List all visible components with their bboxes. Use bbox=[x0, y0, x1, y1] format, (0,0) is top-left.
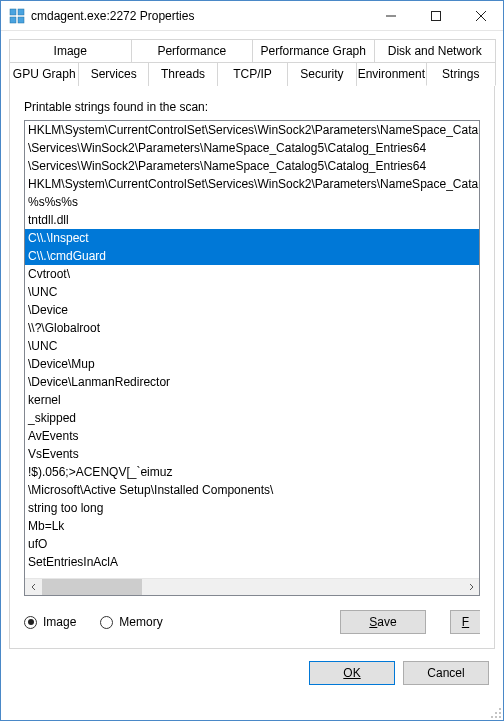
dialog-footer: OK Cancel bbox=[9, 649, 495, 685]
strings-panel: Printable strings found in the scan: HKL… bbox=[9, 85, 495, 649]
string-line[interactable]: VsEvents bbox=[25, 445, 479, 463]
strings-list: HKLM\System\CurrentControlSet\Services\W… bbox=[25, 121, 479, 578]
tab-gpu-graph[interactable]: GPU Graph bbox=[9, 62, 79, 86]
string-line[interactable]: \Services\WinSock2\Parameters\NameSpace_… bbox=[25, 157, 479, 175]
string-line[interactable]: \UNC bbox=[25, 283, 479, 301]
svg-point-10 bbox=[499, 712, 501, 714]
tab-performance-graph[interactable]: Performance Graph bbox=[252, 39, 375, 62]
tab-performance[interactable]: Performance bbox=[131, 39, 254, 62]
tab-threads[interactable]: Threads bbox=[148, 62, 218, 86]
string-line[interactable]: C\\.\Inspect bbox=[25, 229, 479, 247]
scroll-thumb[interactable] bbox=[42, 579, 142, 596]
tab-services[interactable]: Services bbox=[78, 62, 148, 86]
radio-image-label: Image bbox=[43, 615, 76, 629]
string-line[interactable]: kernel bbox=[25, 391, 479, 409]
radio-image[interactable]: Image bbox=[24, 615, 76, 629]
close-button[interactable] bbox=[458, 1, 503, 30]
svg-rect-2 bbox=[10, 17, 16, 23]
tab-row-1: Image Performance Performance Graph Disk… bbox=[9, 39, 495, 62]
maximize-button[interactable] bbox=[413, 1, 458, 30]
tab-security[interactable]: Security bbox=[287, 62, 357, 86]
svg-point-9 bbox=[495, 712, 497, 714]
string-line[interactable]: !$).056;>ACENQV[_`eimuz bbox=[25, 463, 479, 481]
svg-point-12 bbox=[495, 716, 497, 718]
client-area: Image Performance Performance Graph Disk… bbox=[1, 31, 503, 720]
ok-button[interactable]: OK bbox=[309, 661, 395, 685]
scroll-track[interactable] bbox=[42, 579, 462, 596]
string-line[interactable]: ufO bbox=[25, 535, 479, 553]
string-line[interactable]: Cvtroot\ bbox=[25, 265, 479, 283]
svg-rect-1 bbox=[18, 9, 24, 15]
properties-window: cmdagent.exe:2272 Properties Image Perfo… bbox=[0, 0, 504, 721]
tab-environment[interactable]: Environment bbox=[356, 62, 426, 86]
svg-point-13 bbox=[499, 716, 501, 718]
string-line[interactable]: \UNC bbox=[25, 337, 479, 355]
radio-dot-icon bbox=[24, 616, 37, 629]
strings-listbox[interactable]: HKLM\System\CurrentControlSet\Services\W… bbox=[24, 120, 480, 596]
radio-memory-label: Memory bbox=[119, 615, 162, 629]
string-line[interactable]: \Device\LanmanRedirector bbox=[25, 373, 479, 391]
scroll-left-icon[interactable] bbox=[25, 579, 42, 596]
tab-tcpip[interactable]: TCP/IP bbox=[217, 62, 287, 86]
string-line[interactable]: SetEntriesInAclA bbox=[25, 553, 479, 571]
tab-row-2: GPU Graph Services Threads TCP/IP Securi… bbox=[9, 62, 495, 86]
tab-strings[interactable]: Strings bbox=[426, 62, 496, 86]
titlebar[interactable]: cmdagent.exe:2272 Properties bbox=[1, 1, 503, 31]
app-icon bbox=[9, 8, 25, 24]
radio-dot-icon bbox=[100, 616, 113, 629]
string-line[interactable]: \\?\Globalroot bbox=[25, 319, 479, 337]
save-button[interactable]: Save bbox=[340, 610, 426, 634]
string-line[interactable]: \Device bbox=[25, 301, 479, 319]
horizontal-scrollbar[interactable] bbox=[25, 578, 479, 595]
string-line[interactable]: \Services\WinSock2\Parameters\NameSpace_… bbox=[25, 139, 479, 157]
svg-point-11 bbox=[491, 716, 493, 718]
source-radio-group: Image Memory Save F bbox=[24, 610, 480, 634]
string-line[interactable]: \Microsoft\Active Setup\Installed Compon… bbox=[25, 481, 479, 499]
svg-point-8 bbox=[499, 708, 501, 710]
string-line[interactable]: C\\.\cmdGuard bbox=[25, 247, 479, 265]
string-line[interactable]: \Device\Mup bbox=[25, 355, 479, 373]
tab-disk-network[interactable]: Disk and Network bbox=[374, 39, 497, 62]
svg-rect-3 bbox=[18, 17, 24, 23]
string-line[interactable]: AvEvents bbox=[25, 427, 479, 445]
svg-rect-0 bbox=[10, 9, 16, 15]
cancel-button[interactable]: Cancel bbox=[403, 661, 489, 685]
resize-grip-icon[interactable] bbox=[488, 705, 502, 719]
string-line[interactable]: Mb=Lk bbox=[25, 517, 479, 535]
string-line[interactable]: HKLM\System\CurrentControlSet\Services\W… bbox=[25, 175, 479, 193]
minimize-button[interactable] bbox=[368, 1, 413, 30]
string-line[interactable]: tntdll.dll bbox=[25, 211, 479, 229]
find-button-truncated[interactable]: F bbox=[450, 610, 480, 634]
string-line[interactable]: %s%s%s bbox=[25, 193, 479, 211]
strings-heading: Printable strings found in the scan: bbox=[24, 100, 480, 114]
scroll-right-icon[interactable] bbox=[462, 579, 479, 596]
string-line[interactable]: HKLM\System\CurrentControlSet\Services\W… bbox=[25, 121, 479, 139]
tab-control: Image Performance Performance Graph Disk… bbox=[9, 39, 495, 649]
string-line[interactable]: string too long bbox=[25, 499, 479, 517]
svg-rect-5 bbox=[431, 11, 440, 20]
string-line[interactable]: _skipped bbox=[25, 409, 479, 427]
tab-image[interactable]: Image bbox=[9, 39, 132, 62]
window-title: cmdagent.exe:2272 Properties bbox=[31, 9, 368, 23]
radio-memory[interactable]: Memory bbox=[100, 615, 162, 629]
